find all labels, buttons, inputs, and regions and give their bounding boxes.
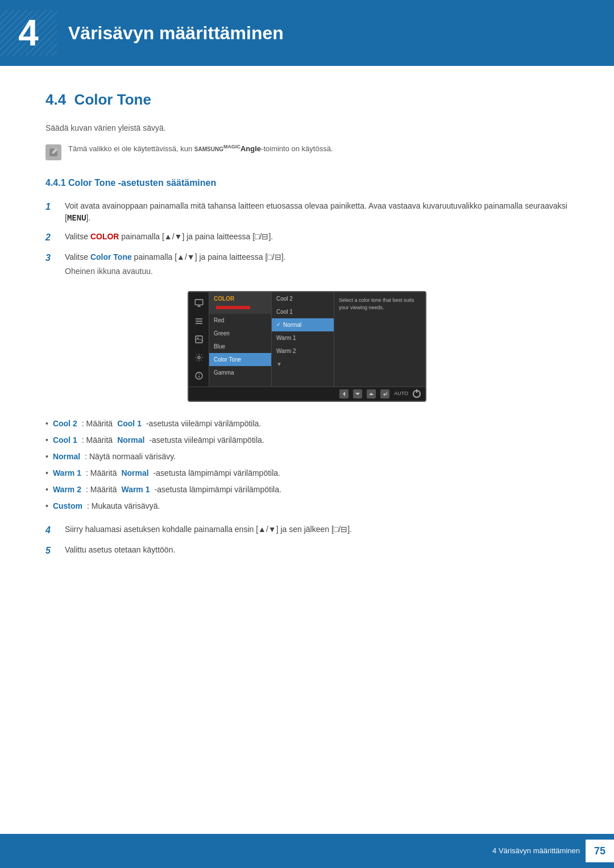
section-description: Säädä kuvan värien yleistä sävyä. <box>45 122 569 134</box>
arrow-left-icon <box>341 391 347 397</box>
step-4: 4 Siirry haluamasi asetuksen kohdalle pa… <box>45 524 569 537</box>
ref-warm1: Warm 1 <box>121 484 150 496</box>
samsung-brand-top: SAMSUNG <box>194 146 223 152</box>
step-3-text: Valitse Color Tone painamalla [▲/▼] ja p… <box>65 251 569 277</box>
menu-item-green: Green <box>209 327 271 340</box>
menu-item-colortone: Color Tone <box>209 353 271 366</box>
svg-point-9 <box>198 356 200 359</box>
term-cool1: Cool 1 <box>53 434 77 446</box>
sidebar-icon-info <box>193 369 205 382</box>
menu-color-header: COLOR <box>209 292 271 314</box>
submenu-column: Cool 2 Cool 1 Normal Warm 1 Warm 2 ▼ <box>272 292 334 387</box>
submenu-normal: Normal <box>272 318 334 331</box>
monitor-inner: COLOR Red Green Blue Color Tone Gamma Co… <box>189 292 425 387</box>
monitor-icon <box>194 298 204 308</box>
colortone-keyword: Color Tone <box>90 252 132 261</box>
step-2: 2 Valitse COLOR painamalla [▲/▼] ja pain… <box>45 231 569 244</box>
arrow-up-icon <box>368 391 374 397</box>
toolbar-btn-enter <box>380 389 389 398</box>
submenu-cool2: Cool 2 <box>272 292 334 305</box>
step-4-text: Siirry haluamasi asetuksen kohdalle pain… <box>65 524 569 537</box>
bullet-item-warm2: Warm 2: Määritä Warm 1-asetusta lämpimäm… <box>45 484 569 496</box>
note-text: Tämä valikko ei ole käytettävissä, kun S… <box>68 143 333 155</box>
menu-lines-icon <box>194 317 204 326</box>
chapter-title: Värisävyn määrittäminen <box>68 19 284 47</box>
color-label: COLOR <box>214 296 234 302</box>
step-5-number: 5 <box>45 544 57 558</box>
menu-item-blue: Blue <box>209 340 271 353</box>
submenu-cool1: Cool 1 <box>272 305 334 318</box>
step-4-number: 4 <box>45 524 57 537</box>
term-cool2: Cool 2 <box>53 418 77 430</box>
bullet-list: Cool 2: Määritä Cool 1-asetusta viileämp… <box>45 418 569 512</box>
toolbar-btn-down <box>353 389 362 398</box>
color-keyword: COLOR <box>90 232 119 241</box>
step-3: 3 Valitse Color Tone painamalla [▲/▼] ja… <box>45 251 569 277</box>
toolbar-auto-label: AUTO <box>394 390 408 398</box>
page-footer: 4 Värisävyn määrittäminen 75 <box>0 834 614 868</box>
note-box: Tämä valikko ei ole käytettävissä, kun S… <box>45 143 569 160</box>
step-5-text: Valittu asetus otetaan käyttöön. <box>65 544 569 558</box>
chapter-header: 4 Värisävyn määrittäminen <box>0 0 614 66</box>
term-warm2: Warm 2 <box>53 484 81 496</box>
monitor-toolbar: AUTO <box>189 387 425 401</box>
info-icon <box>194 371 204 380</box>
monitor-menu: COLOR Red Green Blue Color Tone Gamma Co… <box>209 292 425 387</box>
step-2-text: Valitse COLOR painamalla [▲/▼] ja paina … <box>65 231 569 244</box>
bullet-item-cool1: Cool 1: Määritä Normal-asetusta viileämp… <box>45 434 569 446</box>
arrow-down-icon <box>355 391 360 397</box>
ref-normal-2: Normal <box>121 467 148 479</box>
enter-icon <box>382 391 388 397</box>
svg-marker-13 <box>343 392 345 396</box>
menu-key: MENU <box>67 213 86 222</box>
red-bar <box>216 306 250 309</box>
chapter-number: 4 <box>18 6 39 60</box>
help-column: Select a color tone that best suits your… <box>334 292 425 387</box>
main-content: 4.4 Color Tone Säädä kuvan värien yleist… <box>0 89 614 614</box>
step-3-number: 3 <box>45 251 57 277</box>
pencil-icon <box>48 147 59 157</box>
bullet-item-warm1: Warm 1: Määritä Normal-asetusta lämpimäm… <box>45 467 569 479</box>
step-1: 1 Voit avata avainoppaan painamalla mitä… <box>45 200 569 224</box>
sidebar-icon-monitor <box>193 297 205 309</box>
section-heading: 4.4 Color Tone <box>45 89 569 111</box>
toolbar-power-icon <box>413 390 421 398</box>
step-3-subnote: Oheinen ikkuna avautuu. <box>65 265 569 277</box>
magic-brand: MAGIC <box>223 144 240 149</box>
bullet-item-cool2: Cool 2: Määritä Cool 1-asetusta viileämp… <box>45 418 569 430</box>
chapter-number-box: 4 <box>0 10 57 56</box>
monitor-illustration: COLOR Red Green Blue Color Tone Gamma Co… <box>45 291 569 402</box>
menu-column: COLOR Red Green Blue Color Tone Gamma <box>209 292 272 387</box>
term-custom: Custom <box>53 500 82 512</box>
sidebar-icon-picture <box>193 333 205 346</box>
submenu-more: ▼ <box>272 358 334 371</box>
svg-rect-1 <box>195 300 202 305</box>
help-text: Select a color tone that best suits your… <box>339 297 421 311</box>
svg-marker-15 <box>369 393 374 395</box>
ref-cool1: Cool 1 <box>117 418 142 430</box>
bullet-item-custom: Custom: Mukauta värisävyä. <box>45 500 569 512</box>
gear-icon <box>194 353 204 362</box>
menu-item-red: Red <box>209 314 271 327</box>
ref-normal-1: Normal <box>117 434 144 446</box>
sidebar-icon-gear <box>193 351 205 364</box>
footer-chapter-text: 4 Värisävyn määrittäminen <box>492 845 580 857</box>
monitor-sidebar <box>189 292 209 387</box>
svg-marker-14 <box>355 393 360 395</box>
term-normal: Normal <box>53 451 80 463</box>
subsection-heading: 4.4.1 Color Tone -asetusten säätäminen <box>45 176 569 190</box>
step-1-number: 1 <box>45 200 57 224</box>
monitor-screen: COLOR Red Green Blue Color Tone Gamma Co… <box>188 291 426 402</box>
toolbar-btn-up <box>367 389 376 398</box>
step-1-text: Voit avata avainoppaan painamalla mitä t… <box>65 200 569 224</box>
toolbar-btn-left <box>339 389 349 398</box>
picture-icon <box>194 335 204 344</box>
submenu-warm1: Warm 1 <box>272 331 334 344</box>
note-icon <box>45 144 61 160</box>
menu-item-gamma: Gamma <box>209 366 271 379</box>
step-5: 5 Valittu asetus otetaan käyttöön. <box>45 544 569 558</box>
footer-page-number: 75 <box>586 840 614 862</box>
steps-list-1-3: 1 Voit avata avainoppaan painamalla mitä… <box>45 200 569 277</box>
sidebar-icon-lines <box>193 315 205 327</box>
submenu-warm2: Warm 2 <box>272 344 334 358</box>
